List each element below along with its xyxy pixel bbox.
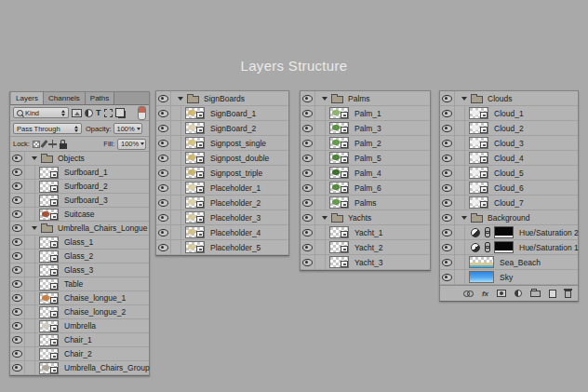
layer-row[interactable]: Placeholder_5 (156, 240, 288, 255)
add-mask-icon[interactable] (497, 290, 506, 297)
layer-thumbnail[interactable] (185, 196, 205, 209)
visibility-toggle[interactable] (156, 136, 171, 150)
visibility-toggle[interactable] (156, 240, 171, 254)
tab-layers[interactable]: Layers (11, 92, 44, 104)
visibility-toggle[interactable] (156, 181, 171, 195)
visibility-toggle[interactable] (10, 319, 25, 332)
layer-row[interactable]: Sky (440, 270, 578, 285)
shape-filter-icon[interactable] (104, 109, 113, 117)
link-icon[interactable] (463, 291, 474, 296)
layer-row[interactable]: Glass_1 (10, 236, 149, 250)
new-group-icon[interactable] (530, 291, 541, 297)
visibility-toggle[interactable] (10, 361, 25, 374)
layer-row[interactable]: Suitcase (10, 208, 149, 222)
collapse-triangle-icon[interactable] (322, 216, 327, 220)
pixel-filter-icon[interactable] (72, 109, 82, 117)
layer-thumbnail[interactable] (185, 137, 205, 149)
layer-row[interactable]: Palm_3 (301, 121, 430, 136)
visibility-toggle[interactable] (440, 106, 455, 120)
visibility-toggle[interactable] (440, 151, 455, 165)
layer-thumbnail[interactable] (469, 271, 494, 283)
layer-row[interactable]: Placeholder_3 (156, 210, 288, 225)
layer-row[interactable]: Glass_2 (10, 250, 149, 264)
visibility-toggle[interactable] (301, 121, 315, 135)
layer-row[interactable]: Cloud_7 (440, 196, 578, 210)
layer-thumbnail[interactable] (329, 226, 349, 238)
blend-mode-select[interactable]: Pass Through (13, 123, 82, 134)
type-filter-icon[interactable]: T (96, 108, 101, 117)
layer-row[interactable]: Table (10, 277, 149, 291)
visibility-toggle[interactable] (440, 255, 455, 269)
layer-thumbnail[interactable] (469, 152, 488, 164)
collapse-triangle-icon[interactable] (32, 226, 37, 230)
collapse-triangle-icon[interactable] (32, 156, 37, 160)
layer-thumbnail[interactable] (185, 107, 205, 119)
mask-thumbnail[interactable] (494, 241, 514, 253)
layer-row[interactable]: Yacht_1 (301, 225, 430, 240)
group-row[interactable]: SignBoards (156, 91, 288, 106)
layer-thumbnail[interactable] (185, 211, 205, 223)
layer-thumbnail[interactable] (185, 167, 205, 179)
visibility-toggle[interactable] (301, 166, 315, 180)
layer-thumbnail[interactable] (39, 334, 59, 346)
layer-row[interactable]: Umbrella_Chairs_Group (10, 361, 149, 375)
lock-transparency-icon[interactable] (33, 141, 40, 148)
visibility-toggle[interactable] (301, 225, 315, 239)
layer-row[interactable]: Cloud_4 (440, 151, 578, 166)
lock-all-icon[interactable] (60, 143, 67, 149)
group-row[interactable]: Yachts (301, 210, 430, 225)
group-row[interactable]: Umbrella_Chairs_Longue (10, 222, 149, 236)
filter-toggle[interactable] (138, 106, 146, 120)
visibility-toggle[interactable] (10, 305, 25, 318)
layer-thumbnail[interactable] (185, 122, 205, 134)
visibility-toggle[interactable] (440, 240, 455, 254)
visibility-toggle[interactable] (440, 210, 455, 224)
visibility-toggle[interactable] (10, 166, 25, 179)
layer-row[interactable]: Cloud_5 (440, 166, 578, 181)
layer-row[interactable]: Surfboard_1 (10, 166, 149, 180)
layer-row[interactable]: Cloud_1 (440, 106, 578, 121)
layer-row[interactable]: Chair_1 (10, 333, 149, 347)
visibility-toggle[interactable] (440, 225, 455, 239)
layer-thumbnail[interactable] (469, 137, 488, 149)
layer-row[interactable]: Placeholder_1 (156, 181, 288, 196)
layer-thumbnail[interactable] (329, 241, 349, 253)
delete-layer-icon[interactable] (565, 291, 571, 298)
layer-row[interactable]: Palm_5 (301, 151, 430, 166)
layer-row[interactable]: Yacht_2 (301, 240, 430, 255)
collapse-triangle-icon[interactable] (461, 216, 467, 220)
layer-thumbnail[interactable] (469, 196, 488, 209)
kind-filter-select[interactable]: Kind (13, 107, 69, 118)
fill-select[interactable]: 100% (117, 139, 146, 150)
visibility-toggle[interactable] (10, 333, 25, 346)
layer-row[interactable]: Signpost_single (156, 136, 288, 151)
group-row[interactable]: Objects (10, 152, 149, 166)
tab-paths[interactable]: Paths (86, 92, 114, 104)
layer-row[interactable]: Umbrella (10, 319, 149, 333)
tab-channels[interactable]: Channels (44, 92, 86, 104)
visibility-toggle[interactable] (440, 166, 455, 180)
visibility-toggle[interactable] (156, 210, 171, 224)
visibility-toggle[interactable] (301, 181, 315, 195)
visibility-toggle[interactable] (156, 91, 171, 105)
visibility-toggle[interactable] (10, 236, 25, 249)
visibility-toggle[interactable] (301, 255, 315, 269)
layer-row[interactable]: Surfboard_3 (10, 194, 149, 208)
layer-row[interactable]: Chaise_longue_1 (10, 291, 149, 305)
layer-thumbnail[interactable] (39, 292, 59, 304)
layer-thumbnail[interactable] (469, 256, 494, 268)
layer-row[interactable]: Yacht_3 (301, 255, 430, 270)
layer-thumbnail[interactable] (329, 182, 349, 194)
layer-row[interactable]: Signpost_double (156, 151, 288, 166)
layer-thumbnail[interactable] (185, 226, 205, 238)
lock-paint-icon[interactable] (40, 140, 47, 148)
visibility-toggle[interactable] (10, 208, 25, 221)
visibility-toggle[interactable] (440, 91, 455, 105)
layer-thumbnail[interactable] (329, 122, 349, 134)
layer-thumbnail[interactable] (185, 241, 205, 253)
group-row[interactable]: Clouds (440, 91, 578, 106)
visibility-toggle[interactable] (10, 277, 25, 291)
visibility-toggle[interactable] (10, 152, 25, 165)
visibility-toggle[interactable] (10, 264, 25, 277)
layer-row[interactable]: Cloud_2 (440, 121, 578, 136)
